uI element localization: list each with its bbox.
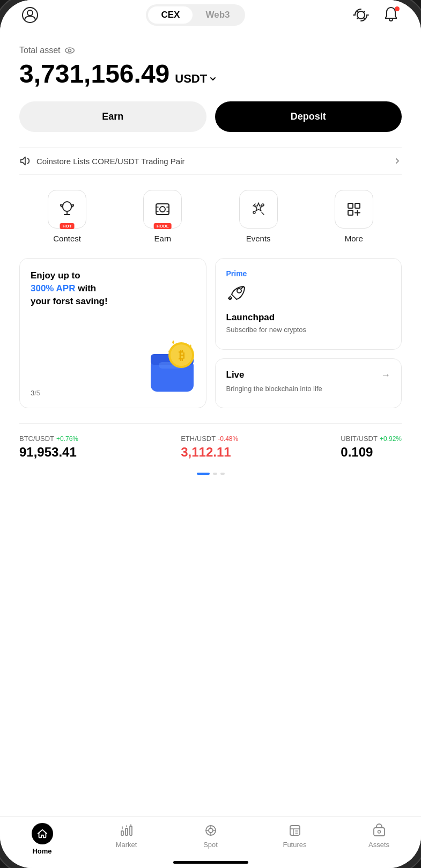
- quick-icon-contest[interactable]: HOT Contest: [48, 190, 86, 243]
- tab-web3[interactable]: Web3: [193, 6, 242, 24]
- ticker-btc[interactable]: BTC/USDT +0.76% 91,953.41: [19, 435, 78, 460]
- quick-icons-row: HOT Contest HODL Earn: [19, 190, 402, 243]
- deposit-button[interactable]: Deposit: [215, 101, 402, 132]
- svg-point-4: [69, 49, 71, 52]
- quick-icon-more[interactable]: More: [335, 190, 373, 243]
- ubit-change: +0.92%: [380, 435, 402, 443]
- home-bar: [173, 861, 248, 864]
- btc-price: 91,953.41: [19, 445, 78, 460]
- svg-point-27: [378, 830, 380, 833]
- futures-icon: [287, 823, 302, 838]
- phone-frame: CEX Web3: [0, 0, 421, 868]
- more-icon: [344, 200, 364, 219]
- ticker-ubit[interactable]: UBIT/USDT +0.92% 0.109: [341, 435, 402, 460]
- eth-pair: ETH/USDT -0.48%: [181, 435, 238, 443]
- svg-point-9: [253, 211, 255, 214]
- svg-rect-20: [121, 831, 123, 835]
- live-card[interactable]: Live → Bringing the blockchain into life: [215, 358, 402, 409]
- market-icon: [119, 823, 134, 838]
- launchpad-card[interactable]: Prime Launchpad Subscribe for new crypto…: [215, 258, 402, 350]
- ticker-row: BTC/USDT +0.76% 91,953.41 ETH/USDT -0.48…: [19, 423, 402, 468]
- quick-icon-events[interactable]: Events: [239, 190, 278, 243]
- trophy-icon: [57, 200, 77, 219]
- earn-card-title: Enjoy up to 300% APR with your forst sav…: [31, 269, 195, 307]
- total-asset-label: Total asset: [19, 45, 402, 56]
- svg-point-8: [262, 204, 264, 206]
- live-desc: Bringing the blockchain into life: [226, 384, 391, 394]
- eth-change: -0.48%: [218, 435, 238, 443]
- nav-home[interactable]: Home: [21, 823, 64, 855]
- earn-icon-box: HODL: [143, 190, 182, 229]
- ubit-pair: UBIT/USDT +0.92%: [341, 435, 402, 443]
- svg-rect-11: [355, 203, 360, 208]
- tab-cex[interactable]: CEX: [148, 6, 193, 24]
- banner-content: Coinstore Lists CORE/USDT Trading Pair: [19, 155, 184, 167]
- nav-assets[interactable]: Assets: [358, 823, 401, 855]
- announcement-banner[interactable]: Coinstore Lists CORE/USDT Trading Pair: [19, 147, 402, 175]
- svg-rect-5: [63, 202, 71, 211]
- svg-point-19: [237, 289, 241, 293]
- svg-rect-26: [374, 828, 385, 836]
- nav-spot[interactable]: Spot: [189, 823, 232, 855]
- svg-rect-10: [348, 203, 353, 208]
- svg-rect-12: [348, 210, 353, 215]
- more-label: More: [345, 234, 363, 243]
- hodl-badge: HODL: [154, 223, 172, 229]
- scroll-indicator: [19, 468, 402, 483]
- prime-label: Prime: [226, 269, 391, 278]
- asset-value: 3,731,156.49: [19, 59, 169, 89]
- more-icon-box: [335, 190, 373, 229]
- home-label: Home: [32, 847, 51, 855]
- btc-change: +0.76%: [56, 435, 78, 443]
- scroll-dot-active: [197, 473, 210, 475]
- support-button[interactable]: [350, 4, 372, 26]
- quick-icon-earn[interactable]: HODL Earn: [143, 190, 182, 243]
- notification-button[interactable]: [380, 4, 402, 26]
- coin-illustration: ₿: [143, 333, 202, 399]
- cards-grid: Enjoy up to 300% APR with your forst sav…: [19, 258, 402, 408]
- contest-icon-box: HOT: [48, 190, 86, 229]
- header-icons: [350, 4, 402, 26]
- header: CEX Web3: [0, 0, 421, 34]
- svg-point-7: [160, 207, 165, 212]
- earn-promo-card[interactable]: Enjoy up to 300% APR with your forst sav…: [19, 258, 206, 408]
- svg-rect-25: [290, 826, 300, 835]
- nav-market[interactable]: Market: [105, 823, 148, 855]
- tab-switcher: CEX Web3: [146, 4, 245, 26]
- events-icon-box: [239, 190, 278, 229]
- banner-text: Coinstore Lists CORE/USDT Trading Pair: [36, 157, 184, 166]
- live-title: Live: [226, 370, 245, 380]
- futures-label: Futures: [283, 841, 306, 849]
- banner-chevron-icon: [393, 157, 402, 165]
- svg-point-3: [65, 48, 75, 53]
- ticker-eth[interactable]: ETH/USDT -0.48% 3,112.11: [181, 435, 238, 460]
- chevron-down-icon: [209, 75, 217, 83]
- hot-badge: HOT: [60, 223, 75, 229]
- launchpad-title: Launchpad: [226, 312, 391, 323]
- ubit-price: 0.109: [341, 445, 402, 460]
- spot-icon: [203, 823, 218, 838]
- home-icon: [32, 823, 53, 844]
- launchpad-desc: Subscribe for new cryptos: [226, 325, 391, 335]
- scroll-dot-2: [220, 473, 225, 475]
- profile-button[interactable]: [19, 4, 41, 26]
- eye-icon[interactable]: [64, 45, 75, 56]
- nav-futures[interactable]: Futures: [274, 823, 316, 855]
- scroll-dot-1: [213, 473, 217, 475]
- earn-icon: [153, 200, 172, 219]
- eth-price: 3,112.11: [181, 445, 238, 460]
- svg-rect-22: [130, 826, 132, 835]
- megaphone-icon: [19, 155, 31, 167]
- svg-rect-21: [125, 828, 128, 835]
- btc-pair: BTC/USDT +0.76%: [19, 435, 78, 443]
- spot-label: Spot: [203, 841, 218, 849]
- assets-label: Assets: [368, 841, 389, 849]
- total-asset-display: 3,731,156.49 USDT: [19, 59, 402, 89]
- svg-point-1: [27, 10, 33, 16]
- bottom-nav: Home Market: [0, 816, 421, 868]
- earn-label: Earn: [154, 234, 172, 243]
- events-label: Events: [246, 234, 271, 243]
- svg-point-24: [209, 828, 213, 833]
- earn-button[interactable]: Earn: [19, 101, 206, 132]
- assets-icon: [372, 823, 387, 838]
